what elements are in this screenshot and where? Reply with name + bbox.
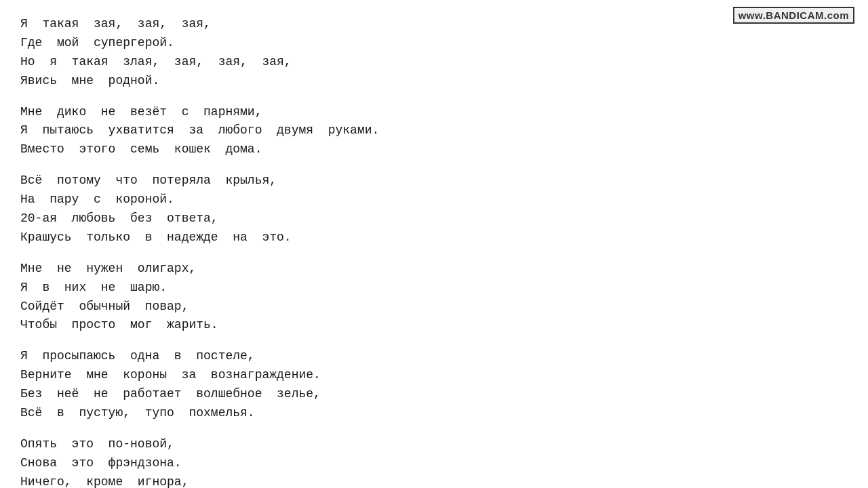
lyric-line: Я просыпаюсь одна в постеле, <box>20 347 848 366</box>
verse-3: Мне не нужен олигарх,Я в них не шарю.Сой… <box>20 260 848 336</box>
lyric-line: Всё в пустую, тупо похмелья. <box>20 404 848 423</box>
lyric-line: Я пытаюсь ухватится за любого двумя рука… <box>20 121 848 140</box>
lyric-line: Сойдёт обычный повар, <box>20 298 848 317</box>
lyric-line: На пару с короной. <box>20 190 848 209</box>
lyric-line: 20-ая любовь без ответа, <box>20 209 848 228</box>
verse-1: Мне дико не везёт с парнями,Я пытаюсь ух… <box>20 103 848 160</box>
main-content: www.BANDICAM.com Я такая зая, зая, зая,Г… <box>0 0 868 488</box>
lyric-line: Всё потому что потеряла крылья, <box>20 171 848 190</box>
watermark-text: www.BANDICAM.com <box>738 9 849 21</box>
lyric-line: Опять это по-новой, <box>20 435 848 454</box>
lyric-line: Ничего, кроме игнора, <box>20 473 848 488</box>
lyric-line: Мне дико не везёт с парнями, <box>20 103 848 122</box>
lyric-line: Явись мне родной. <box>20 72 848 91</box>
lyric-line: Крашусь только в надежде на это. <box>20 228 848 247</box>
verse-4: Я просыпаюсь одна в постеле,Верните мне … <box>20 347 848 423</box>
lyric-line: Я в них не шарю. <box>20 279 848 298</box>
verse-5: Опять это по-новой,Снова это фрэндзона.Н… <box>20 435 848 488</box>
lyric-line: Верните мне короны за вознаграждение. <box>20 366 848 385</box>
lyric-line: Я такая зая, зая, зая, <box>20 15 848 34</box>
lyric-line: Мне не нужен олигарх, <box>20 260 848 279</box>
lyrics-container: Я такая зая, зая, зая,Где мой супергерой… <box>20 15 848 488</box>
lyric-line: Чтобы просто мог жарить. <box>20 316 848 335</box>
lyric-line: Где мой супергерой. <box>20 34 848 53</box>
lyric-line: Вместо этого семь кошек дома. <box>20 140 848 159</box>
verse-0: Я такая зая, зая, зая,Где мой супергерой… <box>20 15 848 91</box>
lyric-line: Без неё не работает волшебное зелье, <box>20 385 848 404</box>
watermark: www.BANDICAM.com <box>733 7 854 24</box>
verse-2: Всё потому что потеряла крылья,На пару с… <box>20 171 848 247</box>
lyric-line: Снова это фрэндзона. <box>20 454 848 473</box>
lyric-line: Но я такая злая, зая, зая, зая, <box>20 53 848 72</box>
